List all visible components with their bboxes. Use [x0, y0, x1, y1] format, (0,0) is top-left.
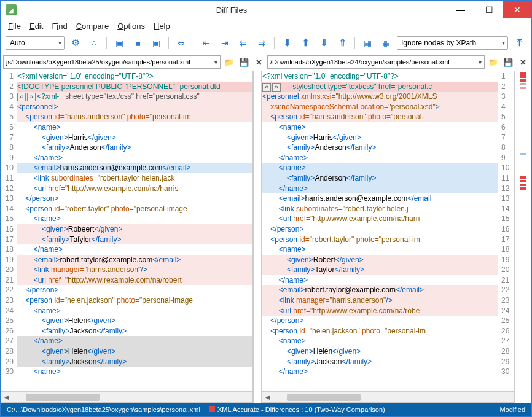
algorithm-combo[interactable]: Auto	[6, 36, 65, 50]
code-line[interactable]: 29 <family>Jackson</family>	[1, 357, 252, 367]
overview-mark[interactable]	[520, 83, 526, 85]
diff-action-3-icon[interactable]: ▣	[149, 36, 163, 50]
code-line[interactable]: 12 <url href="http://www.example.com/na/…	[1, 184, 252, 194]
right-open-folder-icon[interactable]: 📁	[487, 56, 499, 68]
code-line[interactable]: 28 <given>Helen</given>	[1, 346, 252, 357]
prev-diff-button[interactable]: ⬆	[298, 36, 313, 50]
menu-compare[interactable]: Compare	[76, 21, 109, 31]
right-save-icon[interactable]: 💾	[502, 56, 514, 68]
code-line[interactable]: 23 <person id="helen.jackson" photo="per…	[1, 295, 252, 306]
right-path-combo[interactable]: /Downloads/oXygen18beta24/oxygen/samples…	[267, 55, 485, 69]
fold-icon[interactable]: »	[27, 93, 36, 101]
code-line[interactable]: 17 <person id="robert.taylor" photo="per…	[262, 235, 514, 245]
code-line[interactable]: 25 <given>Helen</given>	[1, 316, 252, 326]
code-line[interactable]: 20 <link manager="harris.anderson"/>	[1, 265, 252, 275]
code-line[interactable]: 4<personnel>	[1, 102, 252, 112]
code-line[interactable]: 3<personnel xmlns:xsi="http://www.w3.org…	[262, 92, 514, 102]
code-line[interactable]: 14 <person id="robert.taylor" photo="per…	[1, 204, 252, 214]
overview-mark[interactable]	[520, 184, 526, 186]
code-line[interactable]: 11 <family>Anderson</family>	[262, 173, 514, 184]
minimize-button[interactable]: —	[447, 1, 475, 18]
close-button[interactable]: ✕	[503, 1, 531, 18]
code-line[interactable]: 2<!DOCTYPE personnel PUBLIC "PERSONNEL" …	[1, 82, 252, 92]
code-line[interactable]: 11 <link subordinates="robert.taylor hel…	[1, 173, 252, 184]
link-icon[interactable]: ⇔	[174, 36, 189, 50]
code-line[interactable]: 15 <name>	[1, 214, 252, 224]
code-line[interactable]: 4 xsi:noNamespaceSchemaLocation="persona…	[262, 102, 514, 112]
left-open-folder-icon[interactable]: 📁	[223, 56, 235, 68]
menu-file[interactable]: File	[8, 21, 21, 31]
code-line[interactable]: 29 <family>Jackson</family>	[262, 357, 514, 367]
first-diff-icon[interactable]: ▦	[360, 36, 375, 50]
code-line[interactable]: 7 <given>Harris</given>	[1, 133, 252, 143]
code-line[interactable]: 20 <family>Taylor</family>	[262, 265, 514, 275]
compare-tree-icon[interactable]: ⛬	[87, 36, 101, 50]
fold-icon[interactable]: «	[17, 93, 26, 101]
code-line[interactable]: 3«»<?xml- sheet type="text/css" href="pe…	[1, 92, 252, 102]
code-line[interactable]: 8 <family>Anderson</family>	[262, 142, 514, 153]
left-close-icon[interactable]: ✕	[252, 56, 265, 68]
code-line[interactable]: 1<?xml version="1.0" encoding="UTF-8"?>	[1, 71, 252, 82]
next-change-button[interactable]: ⇓	[316, 36, 331, 50]
code-line[interactable]: 19 <email>robert.tafylor@example.com</em…	[1, 255, 252, 265]
menu-find[interactable]: Find	[52, 21, 67, 31]
code-line[interactable]: 21 <url href="http://www.rexample.com/na…	[1, 275, 252, 286]
menu-help[interactable]: Help	[154, 21, 170, 31]
right-hscrollbar[interactable]: ◀	[262, 391, 514, 402]
overview-mark[interactable]	[520, 157, 526, 175]
left-hscrollbar[interactable]: ◀	[1, 391, 252, 402]
code-line[interactable]: 13 </person>	[1, 193, 252, 204]
overview-mark[interactable]	[520, 90, 526, 152]
right-editor[interactable]: 1<?xml version="1.0" encoding="UTF-8"?>2…	[262, 71, 514, 391]
code-line[interactable]: 6 <name>	[262, 122, 514, 133]
code-line[interactable]: 12 </name>	[262, 184, 514, 194]
next-diff-button[interactable]: ⬇	[280, 36, 294, 50]
merge-all-left-icon[interactable]: ⇇	[236, 36, 251, 50]
code-line[interactable]: 28 <given>Helen</given>	[262, 346, 514, 357]
code-line[interactable]: 16 </person>	[262, 224, 514, 235]
overview-mark[interactable]	[520, 79, 526, 82]
overview-mark[interactable]	[520, 180, 526, 182]
code-line[interactable]: 30 </name>	[262, 367, 514, 377]
left-save-icon[interactable]: 💾	[238, 56, 250, 68]
code-line[interactable]: 8 <family>Anderson</family>	[1, 142, 252, 153]
code-line[interactable]: 27 </name>	[1, 336, 252, 346]
fold-icon[interactable]: »	[272, 83, 281, 92]
code-line[interactable]: 5 <person id="harris.andeerson" photo="p…	[1, 112, 252, 122]
code-line[interactable]: 27 <name>	[262, 336, 514, 346]
code-line[interactable]: 18 </name>	[1, 244, 252, 255]
code-line[interactable]: 24 <name>	[1, 306, 252, 316]
menu-edit[interactable]: Edit	[29, 21, 43, 31]
code-line[interactable]: 22 <email>robert.taylor@example.com</ema…	[262, 285, 514, 295]
settings-button[interactable]: ⚙	[68, 36, 83, 50]
code-line[interactable]: 9 </name>	[1, 153, 252, 163]
last-diff-icon[interactable]: ▦	[378, 36, 393, 50]
diff-action-1-icon[interactable]: ▣	[112, 36, 127, 50]
code-line[interactable]: 5 <person id="harris.anderson" photo="pe…	[262, 112, 514, 122]
prev-change-button[interactable]: ⇑	[335, 36, 350, 50]
code-line[interactable]: 10 <name>	[262, 163, 514, 173]
code-line[interactable]: 17 <family>Tafylor</family>	[1, 235, 252, 245]
code-line[interactable]: 2«» -stylesheet type="text/css" href="pe…	[262, 82, 514, 92]
merge-left-icon[interactable]: ⇤	[199, 36, 214, 50]
code-line[interactable]: 1<?xml version="1.0" encoding="UTF-8"?>	[262, 71, 514, 82]
code-line[interactable]: 22 </person>	[1, 285, 252, 295]
code-line[interactable]: 7 <given>Harris</given>	[262, 133, 514, 143]
right-close-icon[interactable]: ✕	[517, 56, 529, 68]
code-line[interactable]: 23 <link manager="harris.anderson"/>	[262, 295, 514, 306]
code-line[interactable]: 9 </name>	[262, 153, 514, 163]
code-line[interactable]: 13 <email>harris.anderson@example.com</e…	[262, 193, 514, 204]
code-line[interactable]: 19 <given>Robert</given>	[262, 255, 514, 265]
code-line[interactable]: 14 <link subordinates="robert.taylor hel…	[262, 204, 514, 214]
xpath-combo[interactable]: Ignore nodes by XPath	[397, 36, 508, 50]
code-line[interactable]: 18 <name>	[262, 244, 514, 255]
code-line[interactable]: 16 <given>Robeert</given>	[1, 224, 252, 235]
code-line[interactable]: 15 <url href="http://www.example.com/na/…	[262, 214, 514, 224]
left-editor[interactable]: 1<?xml version="1.0" encoding="UTF-8"?>2…	[1, 71, 252, 391]
maximize-button[interactable]: ☐	[475, 1, 503, 18]
code-line[interactable]: 10 <email>harris.anderson@example.com</e…	[1, 163, 252, 173]
overview-ruler[interactable]	[514, 71, 531, 403]
code-line[interactable]: 6 <name>	[1, 122, 252, 133]
code-line[interactable]: 24 <url href="http://www.example.com/na/…	[262, 306, 514, 316]
code-line[interactable]: 26 <person id="helen.jackson" photo="per…	[262, 326, 514, 337]
